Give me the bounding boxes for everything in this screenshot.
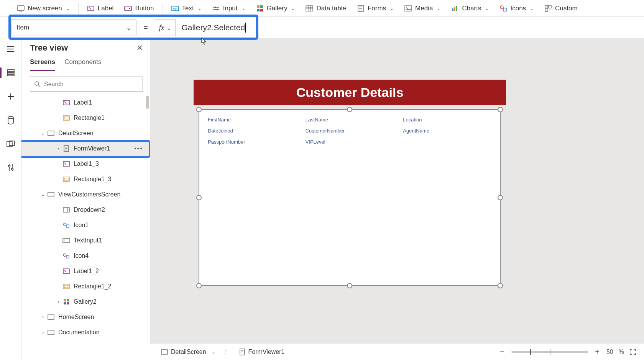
rail-advanced[interactable] (3, 160, 18, 175)
label-icon (62, 268, 71, 274)
insert-charts-menu[interactable]: Charts ⌄ (446, 2, 494, 15)
tree-item-viewcustomersscreen[interactable]: ⌄ViewCustomersScreen (21, 187, 150, 202)
search-input[interactable] (44, 81, 139, 88)
resize-handle[interactable] (347, 107, 352, 112)
insert-text-menu[interactable]: Ab Text ⌄ (166, 2, 207, 15)
form-fields-grid: FirstNameLastNameLocationDateJoinedCusto… (199, 110, 500, 152)
tree-item-label1_3[interactable]: Label1_3 (21, 156, 150, 172)
expander-icon[interactable]: › (54, 146, 62, 151)
tree-search[interactable] (30, 77, 143, 92)
tree-list[interactable]: Label1Rectangle1⌄DetailScreen›FormViewer… (21, 95, 150, 360)
screen-icon (47, 314, 55, 320)
rail-insert[interactable] (3, 89, 18, 104)
label-icon (87, 5, 95, 12)
rail-tree-view[interactable] (3, 65, 18, 80)
tree-item-rectangle1_2[interactable]: Rectangle1_2 (21, 279, 150, 294)
breadcrumb-screen[interactable]: DetailScreen ⌄ (158, 347, 219, 357)
datatable-icon (306, 5, 313, 12)
zoom-in-button[interactable]: + (593, 347, 601, 356)
formula-text: Gallery2.Selected (181, 23, 245, 32)
resize-handle[interactable] (196, 107, 202, 112)
resize-handle[interactable] (498, 107, 503, 112)
svg-line-53 (38, 85, 40, 87)
zoom-thumb[interactable] (530, 349, 531, 355)
canvas-footer: DetailScreen ⌄ 〉 FormViewer1 − + 50 % (150, 343, 644, 360)
tree-item-formviewer1[interactable]: ›FormViewer1••• (21, 141, 150, 156)
resize-handle[interactable] (498, 283, 503, 288)
tree-item-dropdown2[interactable]: Dropdown2 (21, 202, 150, 218)
expander-icon[interactable]: ⌄ (39, 192, 47, 197)
resize-handle[interactable] (347, 283, 352, 288)
tree-item-label: Rectangle1_2 (74, 283, 112, 290)
tree-item-detailscreen[interactable]: ⌄DetailScreen (21, 126, 150, 141)
tree-item-icon1[interactable]: Icon1 (21, 218, 150, 233)
tree-item-rectangle1[interactable]: Rectangle1 (21, 110, 150, 126)
tree-item-rectangle1_3[interactable]: Rectangle1_3 (21, 172, 150, 187)
tree-item-label1_2[interactable]: Label1_2 (21, 263, 150, 279)
iconctl-icon (62, 222, 71, 228)
datatable-label: Data table (316, 5, 346, 12)
insert-forms-menu[interactable]: Forms ⌄ (352, 2, 399, 15)
media-label: Media (415, 5, 433, 12)
insert-custom-menu[interactable]: + Custom (539, 2, 583, 15)
form-field-firstname[interactable]: FirstName (208, 117, 296, 123)
rail-media[interactable] (3, 136, 18, 152)
new-screen-menu[interactable]: New screen ⌄ (12, 2, 75, 15)
insert-label[interactable]: Label (82, 2, 119, 15)
tab-components[interactable]: Components (64, 58, 101, 71)
form-field-customernumber[interactable]: CustomerNumber (306, 128, 394, 134)
expander-icon[interactable]: › (39, 330, 47, 335)
formula-input[interactable]: Gallery2.Selected (176, 19, 644, 36)
dropdown-icon (62, 207, 71, 213)
chevron-down-icon: ⌄ (198, 6, 202, 11)
gallery-icon (62, 299, 71, 305)
insert-input-menu[interactable]: Input ⌄ (207, 2, 251, 15)
more-icon[interactable]: ••• (134, 145, 143, 152)
form-field-datejoined[interactable]: DateJoined (208, 128, 296, 134)
svg-rect-86 (161, 350, 168, 354)
form-field-location[interactable]: Location (403, 117, 491, 123)
tree-item-documentation[interactable]: ›Documentation (21, 325, 150, 340)
insert-icons-menu[interactable]: Icons ⌄ (494, 2, 539, 15)
svg-point-50 (8, 165, 10, 167)
rail-hamburger[interactable] (3, 41, 18, 57)
tree-item-label1[interactable]: Label1 (21, 95, 150, 110)
zoom-slider[interactable] (511, 351, 588, 353)
form-field-passportnumber[interactable]: PassportNumber (208, 139, 296, 145)
insert-media-menu[interactable]: Media ⌄ (399, 2, 446, 15)
fit-to-window-icon[interactable] (629, 349, 636, 355)
resize-handle[interactable] (498, 195, 503, 200)
tree-item-icon4[interactable]: Icon4 (21, 248, 150, 263)
svg-rect-30 (456, 6, 457, 11)
insert-gallery-menu[interactable]: Gallery ⌄ (251, 2, 301, 15)
svg-rect-80 (64, 299, 66, 301)
form-field-agentname[interactable]: AgentName (403, 128, 491, 134)
resize-handle[interactable] (196, 195, 202, 200)
gallery-label: Gallery (267, 5, 288, 12)
tree-item-homescreen[interactable]: ›HomeScreen (21, 309, 150, 325)
form-field-lastname[interactable]: LastName (306, 117, 394, 123)
tree-item-label: HomeScreen (58, 314, 94, 321)
resize-handle[interactable] (196, 283, 202, 288)
design-canvas[interactable]: Customer Details FirstNameLastNameLocati… (150, 38, 644, 343)
tab-screens[interactable]: Screens (30, 58, 55, 71)
rail-data[interactable] (3, 113, 18, 128)
fx-button[interactable]: fx ⌄ (155, 19, 176, 36)
gallery-icon (256, 5, 264, 12)
insert-button[interactable]: Button (119, 2, 159, 15)
expander-icon[interactable]: › (39, 314, 47, 320)
chevron-down-icon: ⌄ (66, 6, 70, 11)
property-selector[interactable]: Item ⌄ (12, 19, 136, 36)
expander-icon[interactable]: ⌄ (39, 131, 47, 136)
form-viewer-control[interactable]: FirstNameLastNameLocationDateJoinedCusto… (199, 109, 501, 286)
close-icon[interactable]: ✕ (136, 43, 143, 52)
insert-datatable[interactable]: Data table (300, 2, 352, 15)
form-field-viplevel[interactable]: VIPLevel (306, 139, 394, 145)
breadcrumb-control[interactable]: FormViewer1 (236, 347, 288, 357)
tree-item-gallery2[interactable]: ›Gallery2 (21, 294, 150, 309)
equals-sign: = (136, 23, 155, 32)
expander-icon[interactable]: › (54, 299, 62, 304)
tree-item-textinput1[interactable]: TextInput1 (21, 233, 150, 248)
svg-rect-57 (64, 117, 68, 119)
zoom-out-button[interactable]: − (498, 347, 506, 356)
